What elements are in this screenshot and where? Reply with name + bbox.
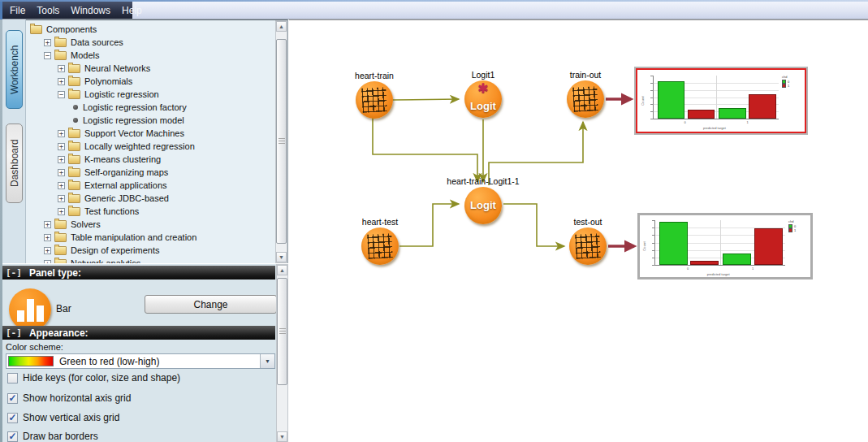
option-label: Hide keys (for color, size and shape) [23, 372, 180, 384]
bar-1-1 [749, 94, 776, 119]
node-test-out[interactable] [569, 228, 607, 265]
expand-icon[interactable]: + [58, 208, 65, 215]
scroll-down-icon[interactable]: ▼ [277, 431, 287, 442]
tree-item-table-manipulation-and-creation[interactable]: +Table manipulation and creation [27, 231, 274, 244]
scroll-up-icon[interactable]: ▲ [277, 265, 287, 275]
collapse-icon[interactable]: [-] [6, 327, 22, 338]
tree-item-generic-jdbc-based[interactable]: +Generic JDBC-based [27, 192, 274, 205]
menu-tools[interactable]: Tools [37, 5, 59, 16]
node-text: Logit [464, 100, 502, 112]
option-show-horizontal-axis-grid[interactable]: ✓Show horizontal axis grid [7, 392, 131, 404]
train-out-chart-thumbnail[interactable]: Countpredicted target01chd01 [634, 67, 808, 135]
bar-icon-bar [27, 299, 34, 322]
node-Logit1[interactable]: ✱Logit [464, 80, 502, 118]
tree-item-locally-weighted-regression[interactable]: +Locally weighted regression [27, 140, 274, 153]
tree-item-logistic-regression[interactable]: −Logistic regression [27, 88, 274, 101]
props-scrollbar[interactable]: ▲ ▼ [276, 264, 288, 442]
tree-item-neural-networks[interactable]: +Neural Networks [27, 62, 274, 75]
y-tick [652, 235, 655, 236]
expand-icon[interactable]: + [44, 234, 51, 241]
chevron-down-icon[interactable]: ▼ [260, 354, 274, 368]
expand-icon[interactable]: + [58, 78, 65, 85]
tree-item-test-functions[interactable]: +Test functions [27, 205, 274, 218]
appearance-header[interactable]: [-] Appearance: [2, 326, 275, 340]
tree-item-label: Generic JDBC-based [84, 193, 169, 203]
tree-item-models[interactable]: −Models [27, 49, 274, 62]
panel-type-header[interactable]: [-] Panel type: [2, 266, 275, 280]
node-train-out[interactable] [567, 80, 604, 118]
tree-item-network-analytics[interactable]: +Network analytics [27, 257, 274, 263]
expand-icon[interactable]: + [58, 130, 65, 137]
color-scheme-dropdown[interactable]: Green to red (low-high) ▼ [6, 353, 275, 369]
tree-scrollbar-thumb[interactable] [276, 39, 287, 244]
tree-item-external-applications[interactable]: +External applications [27, 179, 274, 192]
y-tick [652, 265, 655, 266]
option-hide-keys-for-color-size-and-s[interactable]: Hide keys (for color, size and shape) [7, 372, 180, 384]
expand-icon[interactable]: + [44, 247, 51, 254]
checkbox-checked-icon[interactable]: ✓ [7, 413, 18, 423]
scroll-down-icon[interactable]: ▼ [276, 252, 287, 262]
menu-windows[interactable]: Windows [71, 5, 110, 16]
menubar: FileToolsWindowsHelp [0, 2, 868, 20]
collapse-icon[interactable]: − [58, 91, 65, 98]
tree-item-label: Solvers [71, 219, 101, 229]
gradient-swatch-icon [8, 356, 54, 366]
tree-item-design-of-experiments[interactable]: +Design of experiments [27, 244, 274, 257]
expand-icon[interactable]: + [44, 221, 51, 228]
checkbox-checked-icon[interactable]: ✓ [7, 393, 18, 404]
checkbox-checked-icon[interactable]: ✓ [7, 431, 18, 442]
tree-item-components[interactable]: Components [27, 23, 274, 36]
gridline [716, 76, 717, 119]
test-out-chart-thumbnail[interactable]: Countpredicted target01chd01 [637, 213, 813, 280]
menu-file[interactable]: File [10, 5, 25, 16]
collapse-icon[interactable]: [-] [6, 267, 22, 278]
option-show-vertical-axis-grid[interactable]: ✓Show vertical axis grid [7, 412, 119, 423]
expand-icon[interactable]: + [58, 65, 65, 72]
side-tab-workbench[interactable]: Workbench [6, 30, 23, 109]
tree-item-logistic-regression-factory[interactable]: Logistic regression factory [27, 101, 274, 114]
bar-0-0 [658, 81, 685, 119]
tree-item-data-sources[interactable]: +Data sources [27, 36, 274, 49]
node-heart-train[interactable] [356, 81, 393, 119]
tree-item-k-means-clustering[interactable]: +K-means clustering [27, 153, 274, 166]
collapse-icon[interactable]: − [44, 52, 51, 59]
plot-area: 01 [654, 220, 785, 266]
tree-scrollbar[interactable]: ▲ ▼ [275, 20, 287, 263]
y-tick [652, 228, 655, 228]
workflow-canvas[interactable]: heart-trainLogit1✱Logittrain-outheart-tr… [289, 19, 868, 442]
color-scheme-label: Color scheme: [6, 342, 63, 352]
tree-item-label: Locally weighted regression [84, 141, 195, 151]
tree-item-label: Models [71, 50, 99, 60]
bar-icon-bar [17, 310, 24, 322]
tree-item-logistic-regression-model[interactable]: Logistic regression model [27, 114, 274, 127]
tree-item-polynomials[interactable]: +Polynomials [27, 75, 274, 88]
bar-1-0 [723, 254, 751, 265]
tree-item-support-vector-machines[interactable]: +Support Vector Machines [27, 127, 274, 140]
expand-icon[interactable]: + [58, 156, 65, 163]
node-heart-test[interactable] [361, 228, 399, 265]
tree-item-label: Self-organizing maps [84, 167, 168, 177]
side-tab-dashboard[interactable]: Dashboard [6, 124, 23, 203]
expand-icon[interactable]: + [58, 182, 65, 189]
expand-icon[interactable]: + [58, 143, 65, 150]
checkbox-unchecked-icon[interactable] [7, 373, 18, 384]
tree-item-self-organizing-maps[interactable]: +Self-organizing maps [27, 166, 274, 179]
node-heart-train-Logit1-1[interactable]: Logit [464, 187, 502, 224]
option-draw-bar-borders[interactable]: ✓Draw bar borders [7, 431, 98, 442]
bar-chart-icon [9, 288, 51, 331]
bar-chart: Countpredicted target01chd01 [641, 216, 810, 276]
expand-icon[interactable]: + [58, 169, 65, 176]
y-tick [652, 250, 655, 251]
tree-item-solvers[interactable]: +Solvers [27, 218, 274, 231]
menu-help[interactable]: Help [122, 5, 142, 16]
y-tick [650, 76, 654, 76]
scroll-up-icon[interactable]: ▲ [276, 21, 287, 32]
legend-entry: 1 [782, 84, 801, 88]
window-top-border [0, 0, 868, 2]
expand-icon[interactable]: + [44, 39, 51, 46]
side-tab-rail: WorkbenchDashboard [2, 19, 26, 263]
expand-icon[interactable]: + [58, 195, 65, 202]
change-button[interactable]: Change [145, 295, 277, 314]
props-scrollbar-thumb[interactable] [277, 278, 287, 385]
scrollbar-grip [279, 328, 286, 335]
